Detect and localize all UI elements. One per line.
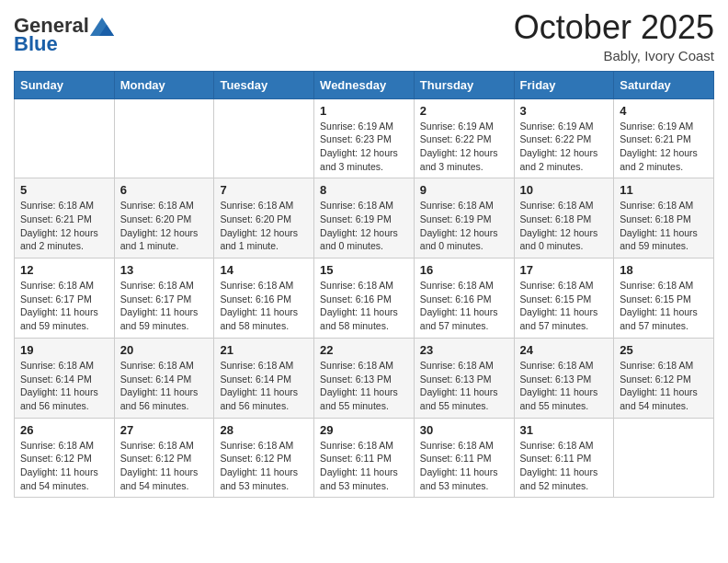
calendar-week-row: 19Sunrise: 6:18 AM Sunset: 6:14 PM Dayli…	[15, 338, 714, 418]
day-info: Sunrise: 6:18 AM Sunset: 6:17 PM Dayligh…	[120, 279, 209, 333]
day-info: Sunrise: 6:18 AM Sunset: 6:14 PM Dayligh…	[20, 359, 108, 413]
day-of-week-header: Saturday	[614, 71, 714, 98]
calendar-cell: 16Sunrise: 6:18 AM Sunset: 6:16 PM Dayli…	[414, 259, 514, 339]
day-number: 6	[120, 183, 209, 197]
calendar-cell	[114, 98, 214, 178]
day-info: Sunrise: 6:18 AM Sunset: 6:19 PM Dayligh…	[420, 199, 508, 253]
day-info: Sunrise: 6:18 AM Sunset: 6:18 PM Dayligh…	[520, 199, 609, 253]
day-info: Sunrise: 6:18 AM Sunset: 6:13 PM Dayligh…	[420, 359, 508, 413]
day-info: Sunrise: 6:19 AM Sunset: 6:22 PM Dayligh…	[520, 120, 609, 174]
day-number: 28	[220, 423, 308, 437]
calendar-cell: 22Sunrise: 6:18 AM Sunset: 6:13 PM Dayli…	[314, 338, 415, 418]
day-info: Sunrise: 6:19 AM Sunset: 6:23 PM Dayligh…	[320, 120, 408, 174]
calendar-week-row: 26Sunrise: 6:18 AM Sunset: 6:12 PM Dayli…	[15, 418, 714, 498]
day-number: 25	[620, 343, 708, 357]
day-info: Sunrise: 6:18 AM Sunset: 6:17 PM Dayligh…	[20, 279, 108, 333]
day-number: 9	[420, 183, 508, 197]
calendar-cell: 9Sunrise: 6:18 AM Sunset: 6:19 PM Daylig…	[414, 178, 514, 259]
calendar-cell: 19Sunrise: 6:18 AM Sunset: 6:14 PM Dayli…	[15, 338, 115, 418]
calendar-cell	[15, 98, 115, 178]
calendar-cell	[614, 418, 714, 498]
day-number: 11	[620, 183, 708, 197]
day-number: 2	[420, 104, 508, 118]
day-number: 22	[320, 343, 408, 357]
month-title: October 2025	[514, 9, 714, 46]
day-number: 23	[420, 343, 508, 357]
day-number: 30	[420, 423, 508, 437]
calendar-cell: 11Sunrise: 6:18 AM Sunset: 6:18 PM Dayli…	[614, 178, 714, 259]
header: General Blue October 2025 Bably, Ivory C…	[14, 9, 714, 63]
day-number: 14	[220, 263, 308, 277]
day-info: Sunrise: 6:18 AM Sunset: 6:15 PM Dayligh…	[520, 279, 609, 333]
calendar-cell: 15Sunrise: 6:18 AM Sunset: 6:16 PM Dayli…	[314, 259, 415, 339]
day-of-week-header: Sunday	[15, 71, 115, 98]
calendar-cell: 17Sunrise: 6:18 AM Sunset: 6:15 PM Dayli…	[514, 259, 614, 339]
day-number: 8	[320, 183, 408, 197]
calendar-cell: 29Sunrise: 6:18 AM Sunset: 6:11 PM Dayli…	[314, 418, 415, 498]
day-number: 13	[120, 263, 209, 277]
day-info: Sunrise: 6:18 AM Sunset: 6:16 PM Dayligh…	[320, 279, 408, 333]
location: Bably, Ivory Coast	[514, 48, 714, 63]
calendar-cell: 3Sunrise: 6:19 AM Sunset: 6:22 PM Daylig…	[514, 98, 614, 178]
day-number: 16	[420, 263, 508, 277]
day-info: Sunrise: 6:18 AM Sunset: 6:16 PM Dayligh…	[420, 279, 508, 333]
day-info: Sunrise: 6:18 AM Sunset: 6:11 PM Dayligh…	[520, 439, 609, 493]
calendar-cell: 4Sunrise: 6:19 AM Sunset: 6:21 PM Daylig…	[614, 98, 714, 178]
calendar-cell: 28Sunrise: 6:18 AM Sunset: 6:12 PM Dayli…	[214, 418, 314, 498]
day-of-week-header: Tuesday	[214, 71, 314, 98]
day-number: 5	[20, 183, 108, 197]
day-info: Sunrise: 6:18 AM Sunset: 6:11 PM Dayligh…	[320, 439, 408, 493]
calendar-cell: 21Sunrise: 6:18 AM Sunset: 6:14 PM Dayli…	[214, 338, 314, 418]
day-number: 19	[20, 343, 108, 357]
logo: General Blue	[14, 15, 115, 55]
day-number: 17	[520, 263, 609, 277]
day-info: Sunrise: 6:18 AM Sunset: 6:12 PM Dayligh…	[120, 439, 209, 493]
calendar-cell: 12Sunrise: 6:18 AM Sunset: 6:17 PM Dayli…	[15, 259, 115, 339]
day-of-week-header: Monday	[114, 71, 214, 98]
calendar-week-row: 5Sunrise: 6:18 AM Sunset: 6:21 PM Daylig…	[15, 178, 714, 259]
day-info: Sunrise: 6:19 AM Sunset: 6:21 PM Dayligh…	[620, 120, 708, 174]
calendar-week-row: 1Sunrise: 6:19 AM Sunset: 6:23 PM Daylig…	[15, 98, 714, 178]
calendar-cell: 30Sunrise: 6:18 AM Sunset: 6:11 PM Dayli…	[414, 418, 514, 498]
day-number: 21	[220, 343, 308, 357]
day-info: Sunrise: 6:18 AM Sunset: 6:20 PM Dayligh…	[120, 199, 209, 253]
day-number: 10	[520, 183, 609, 197]
day-info: Sunrise: 6:18 AM Sunset: 6:12 PM Dayligh…	[220, 439, 308, 493]
calendar-week-row: 12Sunrise: 6:18 AM Sunset: 6:17 PM Dayli…	[15, 259, 714, 339]
day-info: Sunrise: 6:18 AM Sunset: 6:20 PM Dayligh…	[220, 199, 308, 253]
calendar-cell: 24Sunrise: 6:18 AM Sunset: 6:13 PM Dayli…	[514, 338, 614, 418]
day-info: Sunrise: 6:18 AM Sunset: 6:21 PM Dayligh…	[20, 199, 108, 253]
calendar-cell: 20Sunrise: 6:18 AM Sunset: 6:14 PM Dayli…	[114, 338, 214, 418]
day-number: 15	[320, 263, 408, 277]
day-info: Sunrise: 6:18 AM Sunset: 6:18 PM Dayligh…	[620, 199, 708, 253]
calendar-cell: 14Sunrise: 6:18 AM Sunset: 6:16 PM Dayli…	[214, 259, 314, 339]
calendar-cell: 1Sunrise: 6:19 AM Sunset: 6:23 PM Daylig…	[314, 98, 415, 178]
calendar-cell: 23Sunrise: 6:18 AM Sunset: 6:13 PM Dayli…	[414, 338, 514, 418]
calendar-cell: 5Sunrise: 6:18 AM Sunset: 6:21 PM Daylig…	[15, 178, 115, 259]
calendar-header-row: SundayMondayTuesdayWednesdayThursdayFrid…	[15, 71, 714, 98]
day-number: 7	[220, 183, 308, 197]
day-info: Sunrise: 6:19 AM Sunset: 6:22 PM Dayligh…	[420, 120, 508, 174]
day-info: Sunrise: 6:18 AM Sunset: 6:15 PM Dayligh…	[620, 279, 708, 333]
logo-blue-text: Blue	[14, 32, 58, 55]
day-info: Sunrise: 6:18 AM Sunset: 6:11 PM Dayligh…	[420, 439, 508, 493]
day-number: 3	[520, 104, 609, 118]
calendar-cell: 25Sunrise: 6:18 AM Sunset: 6:12 PM Dayli…	[614, 338, 714, 418]
calendar-cell: 6Sunrise: 6:18 AM Sunset: 6:20 PM Daylig…	[114, 178, 214, 259]
day-info: Sunrise: 6:18 AM Sunset: 6:14 PM Dayligh…	[220, 359, 308, 413]
calendar-cell: 13Sunrise: 6:18 AM Sunset: 6:17 PM Dayli…	[114, 259, 214, 339]
day-of-week-header: Friday	[514, 71, 614, 98]
day-number: 31	[520, 423, 609, 437]
day-number: 20	[120, 343, 209, 357]
calendar-cell: 26Sunrise: 6:18 AM Sunset: 6:12 PM Dayli…	[15, 418, 115, 498]
calendar-cell: 10Sunrise: 6:18 AM Sunset: 6:18 PM Dayli…	[514, 178, 614, 259]
day-of-week-header: Wednesday	[314, 71, 415, 98]
day-number: 29	[320, 423, 408, 437]
day-info: Sunrise: 6:18 AM Sunset: 6:12 PM Dayligh…	[620, 359, 708, 413]
day-number: 1	[320, 104, 408, 118]
calendar-cell	[214, 98, 314, 178]
day-number: 4	[620, 104, 708, 118]
calendar-cell: 27Sunrise: 6:18 AM Sunset: 6:12 PM Dayli…	[114, 418, 214, 498]
day-info: Sunrise: 6:18 AM Sunset: 6:13 PM Dayligh…	[520, 359, 609, 413]
logo-icon	[90, 17, 114, 36]
